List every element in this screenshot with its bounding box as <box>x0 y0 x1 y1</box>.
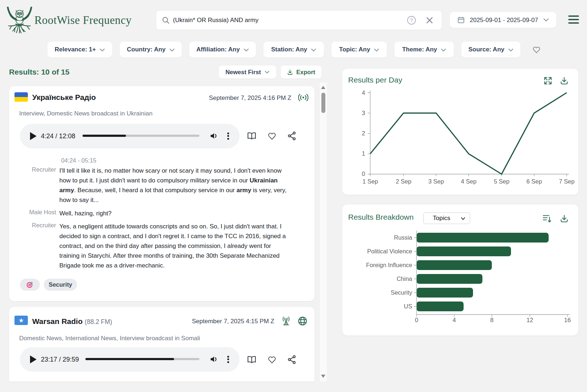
svg-text:16: 16 <box>564 317 571 323</box>
svg-text:5 Sep: 5 Sep <box>494 178 509 185</box>
svg-text:0: 0 <box>362 170 365 177</box>
svg-text:1 Sep: 1 Sep <box>362 178 378 185</box>
svg-text:3 Sep: 3 Sep <box>428 178 444 185</box>
svg-text:6 Sep: 6 Sep <box>526 178 542 185</box>
svg-text:4: 4 <box>452 317 456 323</box>
svg-text:4: 4 <box>362 89 365 96</box>
svg-text:7 Sep: 7 Sep <box>559 178 574 185</box>
svg-text:Security: Security <box>390 289 412 296</box>
svg-text:8: 8 <box>490 317 493 323</box>
svg-text:2 Sep: 2 Sep <box>396 178 411 185</box>
svg-text:1: 1 <box>362 150 365 157</box>
svg-text:0: 0 <box>415 317 418 323</box>
svg-text:US: US <box>404 303 412 309</box>
svg-text:China: China <box>397 275 413 282</box>
svg-text:Russia: Russia <box>394 234 413 241</box>
svg-text:4 Sep: 4 Sep <box>461 178 476 185</box>
svg-text:?: ? <box>410 17 413 23</box>
svg-text:12: 12 <box>527 317 533 323</box>
svg-text:2: 2 <box>362 130 365 136</box>
svg-text:Foreign Influence: Foreign Influence <box>366 262 413 268</box>
svg-text:Political Violence: Political Violence <box>367 248 412 254</box>
svg-text:3: 3 <box>362 110 365 116</box>
